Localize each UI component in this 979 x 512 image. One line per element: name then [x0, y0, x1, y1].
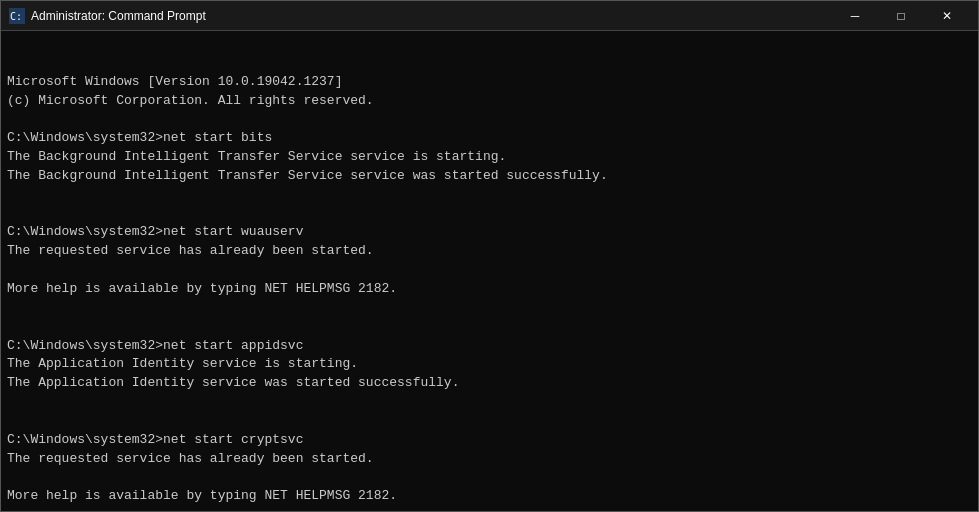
console-line	[7, 318, 972, 337]
console-line: The Background Intelligent Transfer Serv…	[7, 148, 972, 167]
console-line	[7, 186, 972, 205]
console-line	[7, 506, 972, 511]
console-line: The requested service has already been s…	[7, 242, 972, 261]
cmd-icon: C:	[9, 8, 25, 24]
console-line	[7, 261, 972, 280]
console-line: The requested service has already been s…	[7, 450, 972, 469]
console-line: The Application Identity service was sta…	[7, 374, 972, 393]
maximize-button[interactable]: □	[878, 1, 924, 31]
svg-text:C:: C:	[10, 11, 22, 22]
console-line	[7, 205, 972, 224]
titlebar: C: Administrator: Command Prompt ─ □ ✕	[1, 1, 978, 31]
close-button[interactable]: ✕	[924, 1, 970, 31]
console-line: (c) Microsoft Corporation. All rights re…	[7, 92, 972, 111]
console-line: More help is available by typing NET HEL…	[7, 280, 972, 299]
console-line	[7, 299, 972, 318]
console-line	[7, 393, 972, 412]
console-line: Microsoft Windows [Version 10.0.19042.12…	[7, 73, 972, 92]
console-line	[7, 110, 972, 129]
console-line: The Application Identity service is star…	[7, 355, 972, 374]
console-line: C:\Windows\system32>net start bits	[7, 129, 972, 148]
titlebar-buttons: ─ □ ✕	[832, 1, 970, 31]
window: C: Administrator: Command Prompt ─ □ ✕ M…	[0, 0, 979, 512]
console-output[interactable]: Microsoft Windows [Version 10.0.19042.12…	[1, 31, 978, 511]
console-line: C:\Windows\system32>net start appidsvc	[7, 337, 972, 356]
window-title: Administrator: Command Prompt	[31, 9, 832, 23]
console-line	[7, 412, 972, 431]
console-line: C:\Windows\system32>net start cryptsvc	[7, 431, 972, 450]
console-line	[7, 468, 972, 487]
minimize-button[interactable]: ─	[832, 1, 878, 31]
console-line: More help is available by typing NET HEL…	[7, 487, 972, 506]
console-line: C:\Windows\system32>net start wuauserv	[7, 223, 972, 242]
console-line: The Background Intelligent Transfer Serv…	[7, 167, 972, 186]
